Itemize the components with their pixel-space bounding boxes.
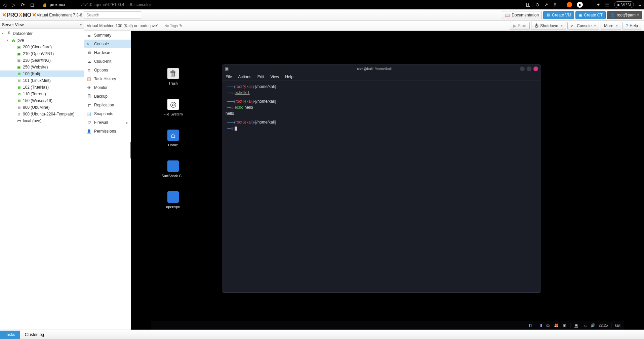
tree-vm-item[interactable]: ▣250 (Website) (0, 64, 84, 70)
shield-icon[interactable] (567, 2, 572, 7)
edit-tags-icon[interactable]: ✎ (179, 23, 182, 28)
vm-nav-summary[interactable]: ☰Summary (84, 31, 131, 40)
nav-label: Backup (94, 94, 108, 99)
console-canvas[interactable]: 🗑Trash◎File System⌂HomeSurfShark C...ope… (131, 31, 644, 330)
vm-nav-firewall[interactable]: 🛡Firewall▸ (84, 118, 131, 127)
taskbar-workspace-icon[interactable]: ▮ (540, 323, 542, 328)
vpn-button[interactable]: ● VPN (614, 1, 634, 8)
folder-icon (167, 160, 179, 172)
terminal-output[interactable]: ┌──(root㉿kali)-[/home/kali] └─# echello1… (222, 81, 541, 292)
tree-datacenter[interactable]: ▾🗄Datacenter (0, 30, 84, 37)
tree-vm-item[interactable]: 🖥800 (UbuMine) (0, 104, 84, 111)
term-menu-file[interactable]: File (226, 75, 232, 79)
desktop-icon-label: SurfShark C... (161, 174, 185, 178)
tray-volume-icon[interactable]: 🔊 (591, 323, 595, 328)
cluster-log-tab[interactable]: Cluster log (20, 331, 49, 339)
minimize-icon[interactable] (520, 66, 525, 71)
tree-vm-label: 110 (Torrent) (23, 92, 46, 96)
menu-icon[interactable]: ≡ (639, 2, 641, 7)
zoom-out-icon[interactable]: ⊖ (535, 2, 539, 7)
tasks-tab[interactable]: Tasks (0, 331, 20, 339)
desktop-icon-trash[interactable]: 🗑Trash (158, 68, 188, 85)
view-selector[interactable]: Server View▾ (0, 21, 84, 29)
tree-vm-item[interactable]: 🖥102 (TrueNas) (0, 84, 84, 91)
template-icon: 🗎 (16, 112, 22, 116)
profile-icon[interactable]: ● (577, 2, 583, 8)
start-button[interactable]: ▶Start (510, 22, 530, 30)
desktop-icon-label: File System (163, 112, 183, 116)
tree-vm-item[interactable]: ▣200 (Cloudflare) (0, 44, 84, 50)
bookmark-icon[interactable]: ◻ (30, 2, 34, 7)
console-button[interactable]: >_Console▾ (567, 22, 600, 30)
nav-label: Options (94, 68, 108, 72)
desktop-icon-surfshark-c-[interactable]: SurfShark C... (158, 160, 188, 178)
vm-nav-task-history[interactable]: 📋Task History (84, 75, 131, 83)
tree-vm-label: 250 (Website) (23, 65, 48, 69)
user-icon: 👤 (610, 13, 615, 17)
user-menu-button[interactable]: 👤root@pam ▾ (607, 11, 642, 19)
forward-icon[interactable]: ▷ (12, 2, 15, 7)
tree-node-pve[interactable]: ▾🖧pve (0, 37, 84, 44)
url-host[interactable]: proxmox (50, 2, 65, 7)
proxmox-logo[interactable]: ✕ PROXMO✕ (2, 12, 36, 18)
nav-icon: 👤 (87, 129, 91, 134)
vm-nav-options[interactable]: ⚙Options (84, 66, 131, 75)
vm-title: Virtual Machine 100 (Kali) on node 'pve' (87, 23, 158, 28)
tree-vm-item[interactable]: 🖥101 (LinuxMint) (0, 77, 84, 84)
power-icon: ⏻ (534, 23, 538, 28)
taskbar-files-icon[interactable]: 🗂 (546, 323, 550, 327)
taskbar-terminal-icon[interactable]: ▣ (563, 323, 566, 328)
term-menu-help[interactable]: Help (285, 75, 293, 79)
desktop-icon-file-system[interactable]: ◎File System (158, 99, 188, 116)
tree-vm-item[interactable]: ▣210 (OpenVPN1) (0, 50, 84, 57)
search-input[interactable]: Search (84, 11, 141, 19)
tray-display-icon[interactable]: ▭ (584, 323, 587, 328)
maximize-icon[interactable] (527, 66, 531, 71)
tree-vm-item[interactable]: ▣230 (SearXNG) (0, 57, 84, 64)
back-icon[interactable]: ◁ (3, 2, 6, 7)
reload-icon[interactable]: ⟳ (21, 2, 25, 7)
vm-nav-backup[interactable]: 🗄Backup (84, 92, 131, 101)
close-icon[interactable] (533, 66, 538, 71)
tree-vm-item[interactable]: 🖥150 (Winserv19) (0, 97, 84, 104)
sidebar-icon[interactable]: ☰ (605, 2, 609, 7)
vm-nav-replication[interactable]: ⇄Replication (84, 101, 131, 109)
vm-nav-hardware[interactable]: 🖥Hardware (84, 48, 131, 57)
term-menu-view[interactable]: View (270, 75, 279, 79)
terminal-window[interactable]: ▣ root@kali: /home/kali FileActionsEditV… (222, 64, 541, 293)
vm-nav-console[interactable]: >_Console (84, 40, 131, 48)
term-menu-actions[interactable]: Actions (238, 75, 251, 79)
share-icon[interactable]: ⇪ (553, 2, 557, 7)
documentation-button[interactable]: 📖Documentation (502, 11, 542, 19)
create-vm-button[interactable]: 🖥Create VM (543, 11, 574, 19)
separator (562, 2, 562, 7)
desktop-icon-openvpn[interactable]: openvpn (158, 191, 188, 209)
help-button[interactable]: ?Help (622, 22, 641, 30)
tree-storage-local[interactable]: 🗃local (pve) (0, 117, 84, 124)
taskbar-firefox-icon[interactable]: 🦊 (554, 323, 559, 328)
tray-user-label[interactable]: kali (615, 323, 620, 327)
terminal-icon: >_ (571, 23, 575, 28)
nav-label: Cloud-Init (94, 59, 111, 64)
desktop-icon-home[interactable]: ⌂Home (158, 130, 188, 147)
vm-nav-snapshots[interactable]: 📊Snapshots (84, 109, 131, 118)
more-button[interactable]: More▾ (601, 22, 621, 30)
taskbar-term-active-icon[interactable]: ▣ (574, 323, 578, 328)
nav-icon: ⚙ (87, 68, 91, 72)
create-ct-button[interactable]: ▣Create CT (575, 11, 605, 19)
tree-vm-item[interactable]: 🖥110 (Torrent) (0, 91, 84, 97)
qemu-icon: 🖥 (16, 99, 22, 103)
url-path[interactable]: /#v1:0:=qemu%2F100:4:::::8:=consolejs: (81, 2, 154, 7)
vm-nav-permissions[interactable]: 👤Permissions (84, 127, 131, 136)
tree-vm-item[interactable]: 🗎900 (Ubuntu-2204-Template) (0, 111, 84, 117)
extensions-icon[interactable]: ✦ (596, 2, 600, 7)
tree-vm-item[interactable]: 🖥100 (Kali) (0, 70, 84, 77)
vm-nav-monitor[interactable]: 👁Monitor (84, 83, 131, 92)
tray-clock[interactable]: 22:25 (599, 323, 608, 327)
term-menu-edit[interactable]: Edit (257, 75, 265, 79)
arrow-up-icon[interactable]: ↗ (544, 2, 548, 7)
shutdown-button[interactable]: ⏻Shutdown▾ (531, 22, 566, 30)
vm-nav-cloud-init[interactable]: ☁Cloud-Init (84, 57, 131, 66)
taskbar-app-1[interactable]: ◧ (528, 323, 532, 328)
key-icon[interactable]: ⚿ (526, 2, 531, 7)
